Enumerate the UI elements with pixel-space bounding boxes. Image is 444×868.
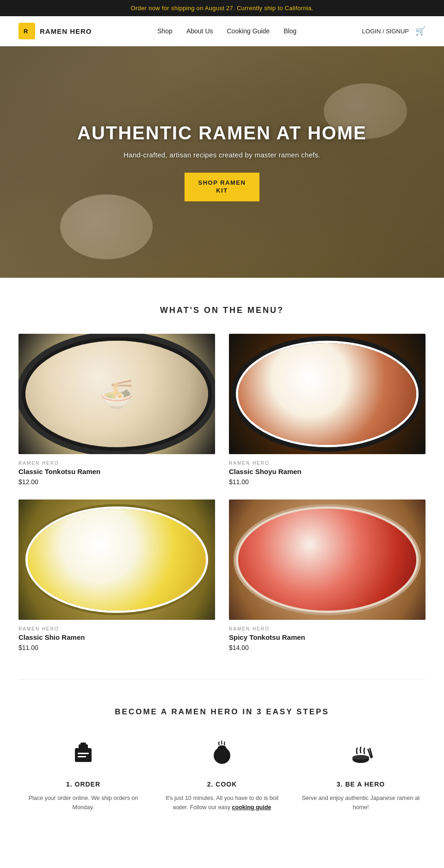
menu-section: WHAT'S ON THE MENU? RAMEN HERO Classic T… [0, 278, 444, 679]
product-name-3: Classic Shio Ramen [18, 633, 215, 641]
logo-icon: R [18, 23, 35, 39]
logo-text: RAMEN HERO [40, 27, 92, 35]
svg-rect-6 [78, 756, 86, 757]
hero-btn-line2: KIT [216, 187, 228, 194]
site-header: R RAMEN HERO Shop About Us Cooking Guide… [0, 16, 444, 46]
svg-text:R: R [24, 28, 28, 35]
login-link[interactable]: LOGIN / SIGNUP [362, 28, 409, 35]
product-price-4: $14.00 [229, 644, 426, 651]
product-brand-3: RAMEN HERO [18, 626, 215, 631]
step-cook-number: 2. COOK [157, 781, 287, 788]
product-brand-4: RAMEN HERO [229, 626, 426, 631]
steps-section: BECOME A RAMEN HERO IN 3 EASY STEPS 1. O… [0, 680, 444, 840]
shop-ramen-kit-button[interactable]: SHOP RAMEN KIT [185, 173, 260, 201]
step-cook-icon [157, 740, 287, 773]
step-hero: 3. BE A HERO Serve and enjoy authentic J… [296, 740, 426, 812]
hero-section: AUTHENTIC RAMEN AT HOME Hand-crafted, ar… [0, 46, 444, 278]
svg-rect-2 [75, 748, 92, 762]
announcement-text: Order now for shipping on August 27. Cur… [131, 5, 314, 12]
step-cook-desc: It's just 10 minutes. All you have to do… [157, 793, 287, 812]
hero-subtitle: Hand-crafted, artisan recipes created by… [77, 151, 367, 159]
product-name-2: Classic Shoyu Ramen [229, 468, 426, 475]
svg-rect-5 [78, 753, 89, 754]
step-hero-number: 3. BE A HERO [296, 781, 426, 788]
product-image-spicy [229, 500, 426, 620]
step-order: 1. ORDER Place your order online. We shi… [18, 740, 148, 812]
step-cook: 2. COOK It's just 10 minutes. All you ha… [157, 740, 287, 812]
product-card-shoyu[interactable]: RAMEN HERO Classic Shoyu Ramen $11.00 [229, 334, 426, 486]
svg-rect-10 [217, 749, 227, 752]
hero-btn-line1: SHOP RAMEN [198, 179, 246, 186]
product-name-1: Classic Tonkotsu Ramen [18, 468, 215, 475]
cooking-guide-link[interactable]: cooking guide [232, 804, 271, 811]
product-card-shio[interactable]: RAMEN HERO Classic Shio Ramen $11.00 [18, 500, 215, 651]
product-price-2: $11.00 [229, 478, 426, 486]
step-hero-icon [296, 740, 426, 773]
cart-icon[interactable]: 🛒 [415, 26, 426, 36]
main-nav: Shop About Us Cooking Guide Blog [157, 27, 296, 35]
header-right: LOGIN / SIGNUP 🛒 [362, 26, 426, 36]
product-price-3: $11.00 [18, 644, 215, 651]
product-card-spicy[interactable]: RAMEN HERO Spicy Tonkotsu Ramen $14.00 [229, 500, 426, 651]
product-brand-2: RAMEN HERO [229, 461, 426, 466]
nav-shop[interactable]: Shop [157, 27, 173, 35]
product-image-shio [18, 500, 215, 620]
products-grid: RAMEN HERO Classic Tonkotsu Ramen $12.00… [18, 334, 426, 651]
logo-area[interactable]: R RAMEN HERO [18, 23, 92, 39]
nav-about[interactable]: About Us [186, 27, 213, 35]
menu-section-title: WHAT'S ON THE MENU? [18, 306, 426, 315]
svg-rect-4 [80, 743, 86, 746]
step-order-icon [18, 740, 148, 773]
nav-blog[interactable]: Blog [284, 27, 296, 35]
hero-content: AUTHENTIC RAMEN AT HOME Hand-crafted, ar… [68, 113, 376, 211]
step-order-number: 1. ORDER [18, 781, 148, 788]
step-order-desc: Place your order online. We ship orders … [18, 793, 148, 812]
product-brand-1: RAMEN HERO [18, 461, 215, 466]
steps-section-title: BECOME A RAMEN HERO IN 3 EASY STEPS [18, 707, 426, 717]
announcement-bar: Order now for shipping on August 27. Cur… [0, 0, 444, 16]
svg-point-12 [352, 755, 369, 760]
hero-title: AUTHENTIC RAMEN AT HOME [77, 123, 367, 144]
product-price-1: $12.00 [18, 478, 215, 486]
product-image-shoyu [229, 334, 426, 454]
product-image-tonkotsu [18, 334, 215, 454]
product-name-4: Spicy Tonkotsu Ramen [229, 633, 426, 641]
product-card-tonkotsu[interactable]: RAMEN HERO Classic Tonkotsu Ramen $12.00 [18, 334, 215, 486]
steps-grid: 1. ORDER Place your order online. We shi… [18, 740, 426, 812]
step-hero-desc: Serve and enjoy authentic Japanese ramen… [296, 793, 426, 812]
nav-cooking-guide[interactable]: Cooking Guide [227, 27, 270, 35]
